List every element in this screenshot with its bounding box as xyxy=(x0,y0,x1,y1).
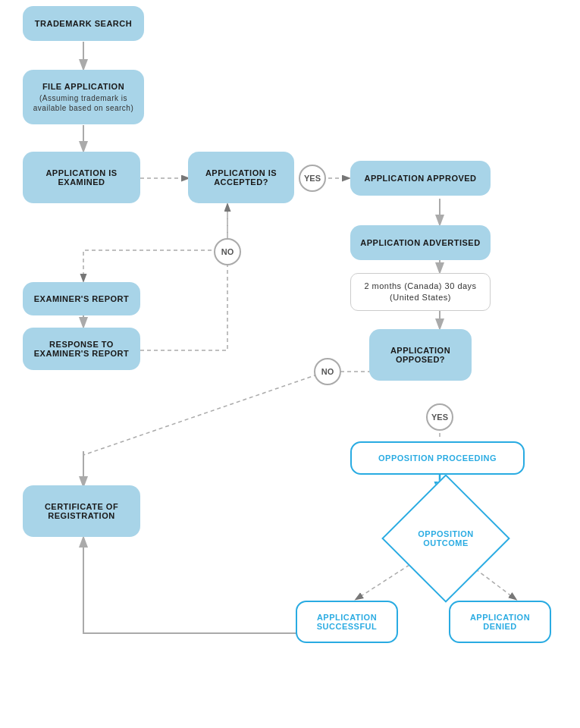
svg-line-10 xyxy=(356,565,409,599)
application-examined-node: APPLICATION IS EXAMINED xyxy=(23,152,140,203)
no-circle-1: NO xyxy=(214,238,241,265)
certificate-registration-node: CERTIFICATE OF REGISTRATION xyxy=(23,485,140,537)
application-denied-node: APPLICATION DENIED xyxy=(449,601,551,643)
application-advertised-node: APPLICATION ADVERTISED xyxy=(350,225,491,260)
application-opposed-node: APPLICATION OPPOSED? xyxy=(369,329,472,381)
examiners-report-node: EXAMINER'S REPORT xyxy=(23,282,140,315)
wait-period-node: 2 months (Canada) 30 days (United States… xyxy=(350,273,491,311)
file-application-node: FILE APPLICATION (Assuming trademark is … xyxy=(23,70,144,124)
application-accepted-node: APPLICATION IS ACCEPTED? xyxy=(188,152,294,203)
opposition-outcome-label: OPPOSITION OUTCOME xyxy=(402,529,490,548)
yes-circle-1: YES xyxy=(299,165,326,192)
application-successful-node: APPLICATION SUCCESSFUL xyxy=(296,601,398,643)
file-application-title: FILE APPLICATION xyxy=(42,82,124,91)
opposition-outcome-node: OPPOSITION OUTCOME xyxy=(381,474,510,603)
opposition-proceeding-node: OPPOSITION PROCEEDING xyxy=(350,441,525,475)
response-examiners-node: RESPONSE TO EXAMINER'S REPORT xyxy=(23,328,140,370)
no-circle-2: NO xyxy=(314,358,341,385)
flowchart: TRADEMARK SEARCH FILE APPLICATION (Assum… xyxy=(0,0,580,728)
file-application-subtitle: (Assuming trademark is available based o… xyxy=(32,93,135,113)
application-approved-node: APPLICATION APPROVED xyxy=(350,161,491,196)
trademark-search-node: TRADEMARK SEARCH xyxy=(23,6,144,41)
yes-circle-2: YES xyxy=(426,403,453,431)
